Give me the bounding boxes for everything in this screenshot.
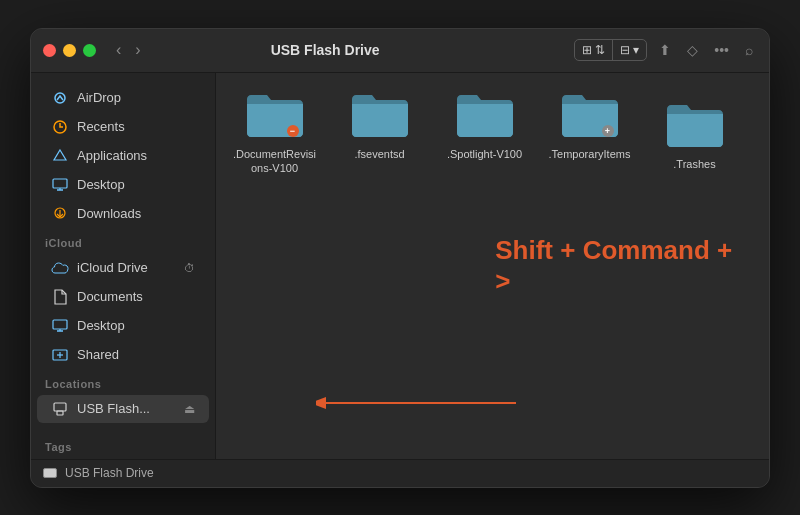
file-item-fseventsd[interactable]: .fseventsd bbox=[337, 89, 422, 176]
icloud-sync-icon: ⏱ bbox=[184, 262, 195, 274]
close-button[interactable] bbox=[43, 44, 56, 57]
drive-icon bbox=[43, 468, 57, 478]
file-item-spotlight[interactable]: .Spotlight-V100 bbox=[442, 89, 527, 176]
sidebar-item-usb-flash[interactable]: USB Flash... ⏏ bbox=[37, 395, 209, 423]
arrow-svg bbox=[316, 393, 516, 413]
airdrop-label: AirDrop bbox=[77, 90, 195, 105]
sidebar: AirDrop Recents Applications bbox=[31, 73, 216, 459]
window-title: USB Flash Drive bbox=[77, 42, 574, 58]
folder-icon-fseventsd bbox=[348, 89, 412, 141]
shared-icon bbox=[51, 346, 69, 364]
sidebar-item-documents[interactable]: Documents bbox=[37, 283, 209, 311]
status-label: USB Flash Drive bbox=[65, 466, 154, 480]
svg-point-0 bbox=[55, 93, 65, 103]
applications-label: Applications bbox=[77, 148, 195, 163]
sidebar-item-icloud-drive[interactable]: iCloud Drive ⏱ bbox=[37, 254, 209, 282]
desktop-label: Desktop bbox=[77, 177, 195, 192]
file-label-temporary: .TemporaryItems bbox=[549, 147, 631, 161]
more-icon[interactable]: ••• bbox=[710, 38, 733, 62]
sidebar-item-shared[interactable]: Shared bbox=[37, 341, 209, 369]
folder-icon-temporary: + bbox=[558, 89, 622, 141]
titlebar: ‹ › USB Flash Drive ⊞ ⇅ ⊟ ▾ ⬆ ◇ ••• ⌕ bbox=[31, 29, 769, 73]
statusbar: USB Flash Drive bbox=[31, 459, 769, 487]
sidebar-item-desktop[interactable]: Desktop bbox=[37, 171, 209, 199]
desktop-icloud-icon bbox=[51, 317, 69, 335]
locations-section-label: Locations bbox=[31, 370, 215, 394]
files-grid: − .DocumentRevisions-V100 .fseventsd bbox=[232, 89, 753, 176]
documents-label: Documents bbox=[77, 289, 195, 304]
svg-rect-13 bbox=[54, 403, 66, 411]
sidebar-item-downloads[interactable]: Downloads bbox=[37, 200, 209, 228]
list-view-button[interactable]: ⊟ ▾ bbox=[613, 40, 646, 60]
desktop-icloud-label: Desktop bbox=[77, 318, 195, 333]
usb-flash-label: USB Flash... bbox=[77, 401, 176, 416]
airdrop-icon bbox=[51, 89, 69, 107]
content-area: AirDrop Recents Applications bbox=[31, 73, 769, 459]
toolbar-actions: ⊞ ⇅ ⊟ ▾ ⬆ ◇ ••• ⌕ bbox=[574, 38, 757, 62]
file-item-trashes[interactable]: .Trashes bbox=[652, 99, 737, 176]
share-icon[interactable]: ⬆ bbox=[655, 38, 675, 62]
sidebar-item-desktop-icloud[interactable]: Desktop bbox=[37, 312, 209, 340]
svg-rect-2 bbox=[53, 179, 67, 188]
folder-icon-doc-revisions: − bbox=[243, 89, 307, 141]
eject-icon[interactable]: ⏏ bbox=[184, 402, 195, 416]
tag-icon[interactable]: ◇ bbox=[683, 38, 702, 62]
file-label-fseventsd: .fseventsd bbox=[354, 147, 404, 161]
file-label-spotlight: .Spotlight-V100 bbox=[447, 147, 522, 161]
usb-icon bbox=[51, 400, 69, 418]
svg-rect-7 bbox=[53, 320, 67, 329]
sidebar-item-recents[interactable]: Recents bbox=[37, 113, 209, 141]
badge-red: − bbox=[287, 125, 299, 137]
file-label-trashes: .Trashes bbox=[673, 157, 715, 171]
sidebar-item-airdrop[interactable]: AirDrop bbox=[37, 84, 209, 112]
downloads-label: Downloads bbox=[77, 206, 195, 221]
search-icon[interactable]: ⌕ bbox=[741, 38, 757, 62]
badge-gray: + bbox=[602, 125, 614, 137]
recents-icon bbox=[51, 118, 69, 136]
svg-rect-14 bbox=[57, 411, 63, 415]
recents-label: Recents bbox=[77, 119, 195, 134]
shared-label: Shared bbox=[77, 347, 195, 362]
file-label-doc-revisions: .DocumentRevisions-V100 bbox=[232, 147, 317, 176]
folder-icon-spotlight bbox=[453, 89, 517, 141]
arrow-annotation bbox=[316, 393, 516, 417]
shortcut-text: Shift + Command + > bbox=[495, 235, 732, 296]
icon-view-button[interactable]: ⊞ ⇅ bbox=[575, 40, 613, 60]
icloud-section-label: iCloud bbox=[31, 229, 215, 253]
applications-icon bbox=[51, 147, 69, 165]
folder-icon-trashes bbox=[663, 99, 727, 151]
icloud-drive-icon bbox=[51, 259, 69, 277]
finder-window: ‹ › USB Flash Drive ⊞ ⇅ ⊟ ▾ ⬆ ◇ ••• ⌕ bbox=[30, 28, 770, 488]
file-item-doc-revisions[interactable]: − .DocumentRevisions-V100 bbox=[232, 89, 317, 176]
view-toggle: ⊞ ⇅ ⊟ ▾ bbox=[574, 39, 648, 61]
downloads-icon bbox=[51, 205, 69, 223]
minimize-button[interactable] bbox=[63, 44, 76, 57]
file-item-temporary[interactable]: + .TemporaryItems bbox=[547, 89, 632, 176]
sidebar-item-applications[interactable]: Applications bbox=[37, 142, 209, 170]
icloud-drive-label: iCloud Drive bbox=[77, 260, 176, 275]
desktop-icon bbox=[51, 176, 69, 194]
documents-icon bbox=[51, 288, 69, 306]
shortcut-hint: Shift + Command + > bbox=[495, 235, 744, 297]
tags-section-label: Tags bbox=[31, 433, 215, 457]
main-file-area: − .DocumentRevisions-V100 .fseventsd bbox=[216, 73, 769, 459]
